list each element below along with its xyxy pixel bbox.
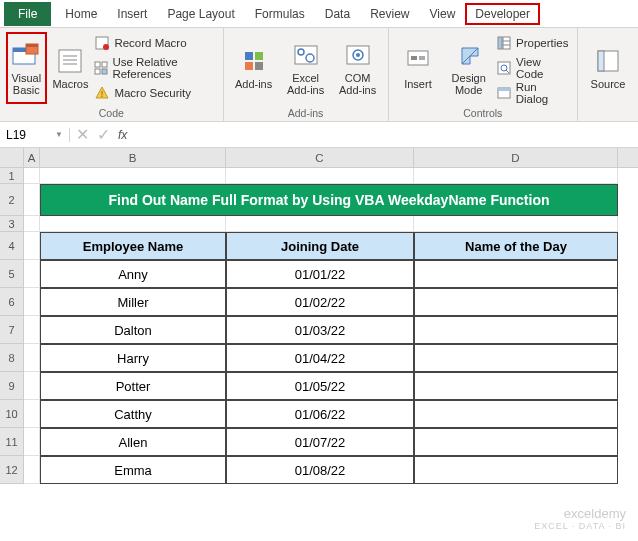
row-header[interactable]: 11	[0, 428, 24, 456]
title-cell[interactable]: Find Out Name Full Format by Using VBA W…	[40, 184, 618, 216]
insert-control-button[interactable]: Insert	[395, 32, 442, 104]
view-code-icon	[496, 60, 512, 76]
tab-view[interactable]: View	[420, 3, 466, 25]
tab-insert[interactable]: Insert	[107, 3, 157, 25]
header-employee[interactable]: Employee Name	[40, 232, 226, 260]
row-header[interactable]: 8	[0, 344, 24, 372]
cell-day[interactable]	[414, 316, 618, 344]
svg-rect-3	[26, 44, 38, 47]
cell[interactable]	[24, 168, 40, 184]
cell-emp[interactable]: Potter	[40, 372, 226, 400]
cell-emp[interactable]: Catthy	[40, 400, 226, 428]
cell-day[interactable]	[414, 372, 618, 400]
tab-data[interactable]: Data	[315, 3, 360, 25]
cell[interactable]	[414, 216, 618, 232]
cell-emp[interactable]: Miller	[40, 288, 226, 316]
cell-day[interactable]	[414, 344, 618, 372]
cell-join[interactable]: 01/05/22	[226, 372, 414, 400]
cell[interactable]	[24, 400, 40, 428]
row-header[interactable]: 6	[0, 288, 24, 316]
header-dayname[interactable]: Name of the Day	[414, 232, 618, 260]
cell[interactable]	[24, 232, 40, 260]
cell[interactable]	[24, 316, 40, 344]
select-all-corner[interactable]	[0, 148, 24, 167]
cell-join[interactable]: 01/03/22	[226, 316, 414, 344]
design-mode-button[interactable]: Design Mode	[445, 32, 492, 104]
macros-button[interactable]: Macros	[51, 32, 91, 104]
cell-join[interactable]: 01/06/22	[226, 400, 414, 428]
visual-basic-button[interactable]: Visual Basic	[6, 32, 47, 104]
cell-join[interactable]: 01/04/22	[226, 344, 414, 372]
cell-emp[interactable]: Dalton	[40, 316, 226, 344]
macro-security-button[interactable]: ! Macro Security	[94, 82, 216, 104]
row-header[interactable]: 3	[0, 216, 24, 232]
cell-join[interactable]: 01/02/22	[226, 288, 414, 316]
cell[interactable]	[24, 372, 40, 400]
cell-emp[interactable]: Anny	[40, 260, 226, 288]
enter-icon[interactable]: ✓	[97, 125, 110, 144]
cell-day[interactable]	[414, 288, 618, 316]
row-header[interactable]: 7	[0, 316, 24, 344]
row-header[interactable]: 12	[0, 456, 24, 484]
cell-join[interactable]: 01/07/22	[226, 428, 414, 456]
name-box[interactable]: L19 ▼	[0, 128, 70, 142]
cell-emp[interactable]: Harry	[40, 344, 226, 372]
row-header[interactable]: 4	[0, 232, 24, 260]
excel-addins-label: Excel Add-ins	[282, 72, 330, 96]
row-header[interactable]: 1	[0, 168, 24, 184]
tab-pagelayout[interactable]: Page Layout	[157, 3, 244, 25]
row-header[interactable]: 9	[0, 372, 24, 400]
tab-review[interactable]: Review	[360, 3, 419, 25]
source-button[interactable]: Source	[584, 32, 632, 104]
cell[interactable]	[24, 288, 40, 316]
svg-rect-19	[255, 62, 263, 70]
col-header-D[interactable]: D	[414, 148, 618, 167]
row-header[interactable]: 5	[0, 260, 24, 288]
cell[interactable]	[24, 456, 40, 484]
cell[interactable]	[226, 216, 414, 232]
use-relative-button[interactable]: Use Relative References	[94, 57, 216, 79]
cell[interactable]	[24, 428, 40, 456]
header-joining[interactable]: Joining Date	[226, 232, 414, 260]
cell[interactable]	[226, 168, 414, 184]
cell[interactable]	[40, 216, 226, 232]
properties-button[interactable]: Properties	[496, 32, 571, 54]
tab-file[interactable]: File	[4, 2, 51, 26]
row-header[interactable]: 10	[0, 400, 24, 428]
cell-join[interactable]: 01/08/22	[226, 456, 414, 484]
col-header-B[interactable]: B	[40, 148, 226, 167]
run-dialog-button[interactable]: Run Dialog	[496, 82, 571, 104]
cell-day[interactable]	[414, 456, 618, 484]
cell[interactable]	[24, 216, 40, 232]
cell[interactable]	[40, 168, 226, 184]
cell[interactable]	[24, 260, 40, 288]
name-box-value: L19	[6, 128, 26, 142]
com-addins-button[interactable]: COM Add-ins	[334, 32, 382, 104]
col-header-A[interactable]: A	[24, 148, 40, 167]
fx-button[interactable]: fx	[118, 128, 127, 142]
tab-developer[interactable]: Developer	[465, 3, 540, 25]
row-header[interactable]: 2	[0, 184, 24, 216]
cell-emp[interactable]: Emma	[40, 456, 226, 484]
cell[interactable]	[414, 168, 618, 184]
excel-addins-button[interactable]: Excel Add-ins	[282, 32, 330, 104]
tab-home[interactable]: Home	[55, 3, 107, 25]
cell-join[interactable]: 01/01/22	[226, 260, 414, 288]
cell[interactable]	[24, 344, 40, 372]
cell[interactable]	[24, 184, 40, 216]
cell-emp[interactable]: Allen	[40, 428, 226, 456]
worksheet: A B C D 1 2 Find Out Name Full Format by…	[0, 148, 638, 484]
cell-day[interactable]	[414, 400, 618, 428]
name-box-dropdown-icon[interactable]: ▼	[55, 130, 63, 139]
cell-day[interactable]	[414, 260, 618, 288]
svg-rect-39	[498, 88, 510, 91]
col-header-C[interactable]: C	[226, 148, 414, 167]
record-macro-label: Record Macro	[114, 37, 186, 49]
record-macro-button[interactable]: Record Macro	[94, 32, 216, 54]
tab-formulas[interactable]: Formulas	[245, 3, 315, 25]
view-code-button[interactable]: View Code	[496, 57, 571, 79]
addins-button[interactable]: Add-ins	[230, 32, 278, 104]
cell-day[interactable]	[414, 428, 618, 456]
cancel-icon[interactable]: ✕	[76, 125, 89, 144]
svg-rect-17	[255, 52, 263, 60]
